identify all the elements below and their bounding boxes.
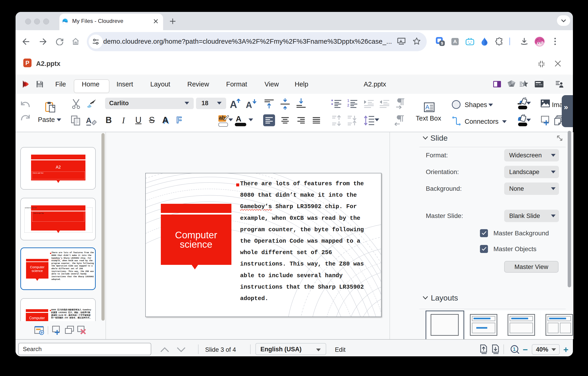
svg-text:A: A bbox=[230, 99, 237, 109]
svg-text:1: 1 bbox=[347, 99, 349, 103]
svg-text:A: A bbox=[246, 100, 252, 109]
svg-text:A: A bbox=[86, 116, 92, 125]
svg-text:9: 9 bbox=[441, 41, 443, 46]
svg-text:1: 1 bbox=[513, 346, 515, 352]
svg-text:A: A bbox=[425, 104, 430, 111]
svg-text:2: 2 bbox=[347, 103, 349, 107]
